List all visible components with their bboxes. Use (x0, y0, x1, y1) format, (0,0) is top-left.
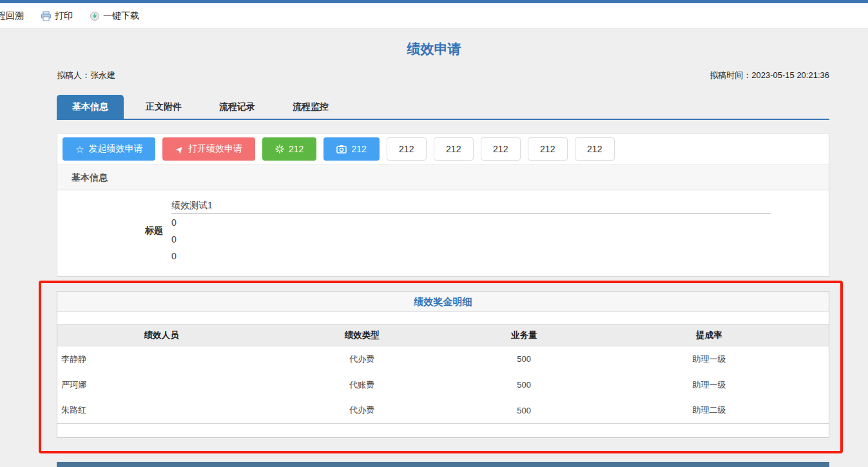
title-value-line: 0 (171, 214, 771, 231)
column-header-type: 绩效类型 (265, 324, 458, 346)
page-title: 绩效申请 (0, 39, 868, 59)
cell-type: 代办费 (265, 346, 458, 372)
table-row: 李静静 代办费 500 助理一级 (57, 346, 829, 372)
title-value-line: 0 (171, 231, 771, 248)
toolbar-download-label: 一键下载 (103, 10, 139, 22)
title-input[interactable]: 绩效测试1 (171, 197, 771, 214)
highlight-red-box: 绩效奖金明细 绩效人员 绩效类型 业务量 提成率 李静静 代办费 500 助理一… (39, 281, 843, 453)
table-row: 朱路红 代办费 500 助理二级 (57, 398, 829, 424)
next-section-top-bar (57, 462, 829, 467)
button-label: 打开绩效申请 (188, 143, 242, 155)
tab-attachments[interactable]: 正文附件 (130, 95, 197, 119)
drafter-name: 张永建 (90, 70, 115, 80)
send-icon: ➤ (173, 143, 186, 155)
cell-volume: 500 (458, 346, 589, 372)
toolbar-item-download[interactable]: 一键下载 (90, 10, 139, 22)
cell-volume: 500 (458, 398, 589, 424)
camera-icon (336, 144, 347, 154)
actions-row: ☆ 发起绩效申请 ➤ 打开绩效申请 212 212 212 212 212 21… (57, 134, 829, 164)
draft-time-label: 拟稿时间： (709, 70, 751, 80)
title-form-row: 标题 绩效测试1 0 0 0 (57, 197, 829, 264)
button-label: 212 (351, 144, 366, 154)
bonus-detail-table: 绩效人员 绩效类型 业务量 提成率 李静静 代办费 500 助理一级 严珂娜 代… (57, 324, 829, 437)
green-212-button[interactable]: 212 (262, 137, 316, 161)
cell-type: 代办费 (265, 398, 458, 424)
plain-212-button-4[interactable]: 212 (528, 137, 568, 161)
cell-rate: 助理一级 (590, 372, 829, 398)
tab-process-monitor[interactable]: 流程监控 (277, 95, 344, 119)
bonus-detail-section-header: 绩效奖金明细 (57, 292, 829, 312)
camera-212-button[interactable]: 212 (323, 137, 379, 161)
button-label: 发起绩效申请 (88, 143, 142, 155)
tab-bar: 基本信息 正文附件 流程记录 流程监控 (57, 95, 829, 120)
draft-time-value: 2023-05-15 20:21:36 (751, 70, 829, 80)
table-empty-footer-row (57, 424, 829, 437)
meta-row: 拟稿人：张永建 拟稿时间：2023-05-15 20:21:36 (57, 69, 829, 82)
draft-time-info: 拟稿时间：2023-05-15 20:21:36 (709, 70, 829, 81)
start-performance-request-button[interactable]: ☆ 发起绩效申请 (63, 137, 155, 161)
title-value-line: 0 (171, 248, 771, 264)
basic-info-section-header: 基本信息 (57, 164, 829, 190)
plain-212-button-5[interactable]: 212 (575, 137, 615, 161)
basic-info-panel: ☆ 发起绩效申请 ➤ 打开绩效申请 212 212 212 212 212 21… (57, 133, 829, 277)
title-field-values: 绩效测试1 0 0 0 (171, 197, 771, 264)
download-icon (90, 11, 100, 21)
toolbar-trace-label: 程回溯 (0, 10, 24, 22)
toolbar-item-print[interactable]: 打印 (41, 10, 73, 22)
open-performance-request-button[interactable]: ➤ 打开绩效申请 (162, 137, 255, 161)
cell-person: 李静静 (57, 346, 265, 372)
cell-volume: 500 (458, 372, 589, 398)
cell-person: 朱路红 (57, 398, 265, 424)
column-header-rate: 提成率 (590, 324, 829, 346)
star-icon: ☆ (75, 144, 84, 154)
drafter-info: 拟稿人：张永建 (57, 70, 115, 81)
form-area: 标题 绩效测试1 0 0 0 (57, 190, 829, 276)
tab-basic-info[interactable]: 基本信息 (57, 95, 124, 119)
cell-type: 代账费 (265, 372, 458, 398)
plain-212-button-3[interactable]: 212 (481, 137, 521, 161)
toolbar: 程回溯 打印 一键下载 (0, 3, 868, 29)
cell-rate: 助理一级 (590, 346, 829, 372)
table-row: 严珂娜 代账费 500 助理一级 (57, 372, 829, 398)
drafter-label: 拟稿人： (57, 70, 90, 80)
tab-process-record[interactable]: 流程记录 (204, 95, 271, 119)
plain-212-button-2[interactable]: 212 (434, 137, 474, 161)
table-header-row: 绩效人员 绩效类型 业务量 提成率 (57, 324, 829, 346)
bonus-detail-panel: 绩效奖金明细 绩效人员 绩效类型 业务量 提成率 李静静 代办费 500 助理一… (57, 291, 829, 438)
spinner-icon (275, 144, 284, 154)
printer-icon (41, 11, 52, 21)
toolbar-item-trace[interactable]: 程回溯 (0, 10, 24, 22)
column-header-person: 绩效人员 (57, 324, 265, 346)
column-header-volume: 业务量 (458, 324, 589, 346)
toolbar-print-label: 打印 (55, 10, 73, 22)
title-field-label: 标题 (57, 225, 163, 237)
button-label: 212 (289, 144, 304, 154)
cell-rate: 助理二级 (590, 398, 829, 424)
plain-212-button-1[interactable]: 212 (387, 137, 427, 161)
cell-person: 严珂娜 (57, 372, 265, 398)
